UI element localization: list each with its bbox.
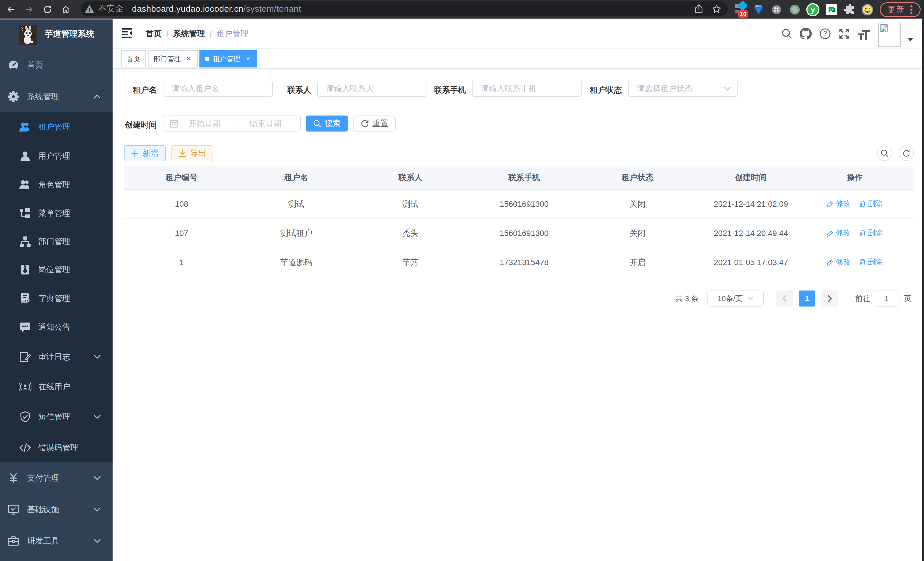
svg-text:?: ?	[824, 30, 827, 37]
svg-text:⌘: ⌘	[773, 6, 780, 14]
svg-text:y: y	[811, 5, 815, 14]
svg-text:10: 10	[740, 11, 746, 17]
